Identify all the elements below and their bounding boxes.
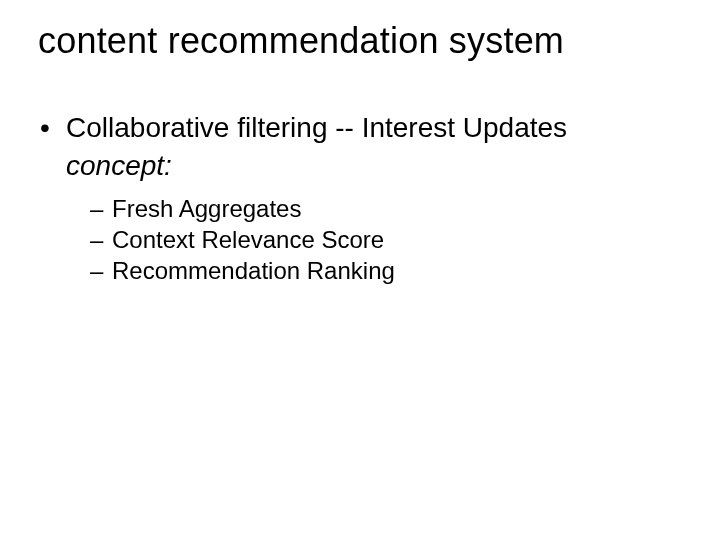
- subitem-label: Context Relevance Score: [112, 226, 384, 253]
- subitem-label: Fresh Aggregates: [112, 195, 301, 222]
- bullet-list-level1: Collaborative filtering -- Interest Upda…: [0, 110, 720, 286]
- concept-label: concept:: [66, 146, 720, 184]
- bullet-list-level2: Fresh Aggregates Context Relevance Score…: [66, 193, 720, 287]
- slide-title: content recommendation system: [0, 20, 720, 62]
- bullet-item-collaborative-filtering: Collaborative filtering -- Interest Upda…: [40, 110, 720, 286]
- subitem-recommendation-ranking: Recommendation Ranking: [90, 255, 720, 286]
- subitem-fresh-aggregates: Fresh Aggregates: [90, 193, 720, 224]
- subitem-label: Recommendation Ranking: [112, 257, 395, 284]
- subitem-context-relevance-score: Context Relevance Score: [90, 224, 720, 255]
- bullet-label: Collaborative filtering -- Interest Upda…: [66, 112, 567, 143]
